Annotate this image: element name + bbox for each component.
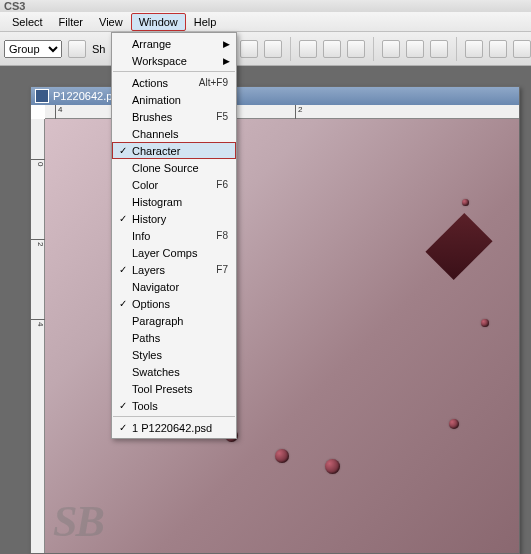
menu-label: History <box>130 213 228 225</box>
menu-item-open-doc[interactable]: ✓ 1 P1220642.psd <box>112 419 236 436</box>
menu-item-clone-source[interactable]: Clone Source <box>112 159 236 176</box>
distribute-button[interactable] <box>465 40 483 58</box>
menu-label: Layers <box>130 264 216 276</box>
app-title: CS3 <box>4 0 25 12</box>
menu-item-workspace[interactable]: Workspace ▶ <box>112 52 236 69</box>
photo-content <box>275 449 289 463</box>
menu-label: Navigator <box>130 281 228 293</box>
menu-item-character[interactable]: ✓Character <box>112 142 236 159</box>
ruler-tick: 2 <box>295 105 302 119</box>
document-window: P1220642.psd 4 2 0 2 0 2 4 <box>30 86 520 554</box>
menu-item-paragraph[interactable]: Paragraph <box>112 312 236 329</box>
menu-item-histogram[interactable]: Histogram <box>112 193 236 210</box>
menu-label: Animation <box>130 94 228 106</box>
group-select[interactable]: Group <box>4 40 62 58</box>
menubar: Select Filter View Window Help <box>0 12 531 32</box>
photo-content <box>325 459 340 474</box>
menu-view[interactable]: View <box>91 13 131 31</box>
ruler-tick: 0 <box>31 159 45 166</box>
menu-shortcut: F5 <box>216 111 228 122</box>
align-button[interactable] <box>323 40 341 58</box>
menu-label: Layer Comps <box>130 247 228 259</box>
window-titlebar: CS3 <box>0 0 531 12</box>
document-titlebar[interactable]: P1220642.psd <box>31 87 519 105</box>
menu-shortcut: F7 <box>216 264 228 275</box>
menu-label: Channels <box>130 128 228 140</box>
ruler-tick: 4 <box>55 105 62 119</box>
menu-label: Paragraph <box>130 315 228 327</box>
workspace-area: P1220642.psd 4 2 0 2 0 2 4 <box>0 66 531 554</box>
menu-item-navigator[interactable]: Navigator <box>112 278 236 295</box>
menu-item-swatches[interactable]: Swatches <box>112 363 236 380</box>
check-icon: ✓ <box>116 213 130 224</box>
menu-item-styles[interactable]: Styles <box>112 346 236 363</box>
menu-shortcut: F8 <box>216 230 228 241</box>
separator-icon <box>456 37 457 61</box>
menu-label: Swatches <box>130 366 228 378</box>
menu-filter[interactable]: Filter <box>51 13 91 31</box>
separator-icon <box>290 37 291 61</box>
submenu-arrow-icon: ▶ <box>223 56 230 66</box>
distribute-button[interactable] <box>489 40 507 58</box>
distribute-button[interactable] <box>406 40 424 58</box>
menu-label: Actions <box>130 77 199 89</box>
align-button[interactable] <box>240 40 258 58</box>
vertical-ruler: 0 2 4 <box>31 119 45 553</box>
menu-label: Histogram <box>130 196 228 208</box>
menu-label: Paths <box>130 332 228 344</box>
photo-content <box>481 319 489 327</box>
align-button[interactable] <box>299 40 317 58</box>
ruler-tick: 4 <box>31 319 45 326</box>
align-button[interactable] <box>347 40 365 58</box>
photoshop-doc-icon <box>35 89 49 103</box>
submenu-arrow-icon: ▶ <box>223 39 230 49</box>
menu-select[interactable]: Select <box>4 13 51 31</box>
photo-content <box>45 119 475 519</box>
menu-label: Arrange <box>130 38 228 50</box>
menu-label: 1 P1220642.psd <box>130 422 228 434</box>
window-menu-dropdown: Arrange ▶ Workspace ▶ ActionsAlt+F9Anima… <box>111 32 237 439</box>
separator-icon <box>373 37 374 61</box>
menu-item-options[interactable]: ✓Options <box>112 295 236 312</box>
menu-label: Color <box>130 179 216 191</box>
photo-content <box>449 419 459 429</box>
photo-content <box>462 199 469 206</box>
menu-help[interactable]: Help <box>186 13 225 31</box>
watermark: SB <box>53 496 103 547</box>
menu-label: Character <box>130 145 228 157</box>
menu-item-color[interactable]: ColorF6 <box>112 176 236 193</box>
menu-item-actions[interactable]: ActionsAlt+F9 <box>112 74 236 91</box>
menu-item-tool-presets[interactable]: Tool Presets <box>112 380 236 397</box>
check-icon: ✓ <box>116 422 130 433</box>
menu-item-arrange[interactable]: Arrange ▶ <box>112 35 236 52</box>
check-icon: ✓ <box>116 264 130 275</box>
menu-label: Options <box>130 298 228 310</box>
menu-label: Tool Presets <box>130 383 228 395</box>
menu-item-layers[interactable]: ✓LayersF7 <box>112 261 236 278</box>
menu-item-info[interactable]: InfoF8 <box>112 227 236 244</box>
menu-separator <box>113 416 235 417</box>
distribute-button[interactable] <box>430 40 448 58</box>
menu-shortcut: F6 <box>216 179 228 190</box>
distribute-button[interactable] <box>513 40 531 58</box>
menu-item-history[interactable]: ✓History <box>112 210 236 227</box>
menu-item-paths[interactable]: Paths <box>112 329 236 346</box>
menu-item-brushes[interactable]: BrushesF5 <box>112 108 236 125</box>
menu-item-channels[interactable]: Channels <box>112 125 236 142</box>
menu-window[interactable]: Window <box>131 13 186 31</box>
menu-label: Clone Source <box>130 162 228 174</box>
menu-label: Tools <box>130 400 228 412</box>
menu-label: Brushes <box>130 111 216 123</box>
menu-shortcut: Alt+F9 <box>199 77 228 88</box>
options-toolbar: Group Sh <box>0 32 531 66</box>
menu-item-animation[interactable]: Animation <box>112 91 236 108</box>
menu-item-layer-comps[interactable]: Layer Comps <box>112 244 236 261</box>
menu-label: Workspace <box>130 55 228 67</box>
menu-item-tools[interactable]: ✓Tools <box>112 397 236 414</box>
menu-separator <box>113 71 235 72</box>
toolbar-button[interactable] <box>68 40 86 58</box>
check-icon: ✓ <box>116 145 130 156</box>
align-button[interactable] <box>264 40 282 58</box>
distribute-button[interactable] <box>382 40 400 58</box>
check-icon: ✓ <box>116 400 130 411</box>
